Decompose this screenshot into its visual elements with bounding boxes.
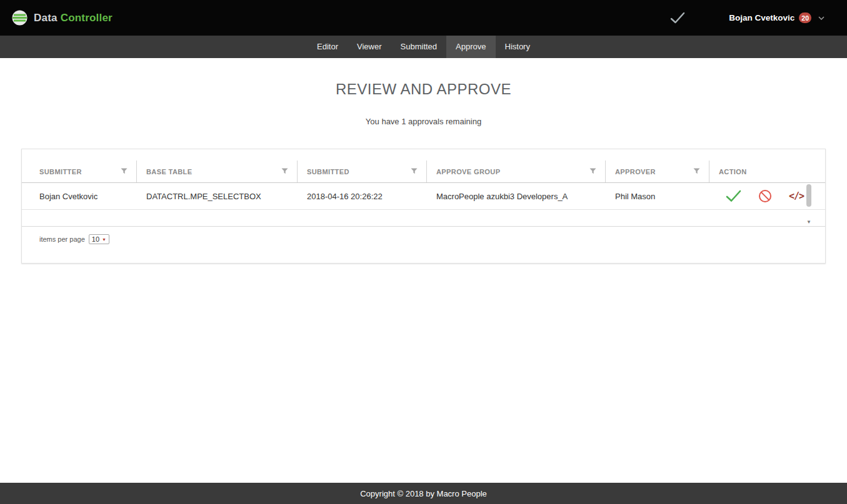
filter-funnel-icon[interactable] [281,168,288,175]
app-logo[interactable]: DataController [11,9,113,26]
chevron-down-icon [818,16,824,20]
cell-base-table: DATACTRL.MPE_SELECTBOX [137,192,298,201]
notification-badge: 20 [799,12,811,23]
tab-approve[interactable]: Approve [446,36,495,58]
cell-submitted: 2018-04-16 20:26:22 [298,192,427,201]
user-name: Bojan Cvetkovic [729,13,794,22]
main-nav: Editor Viewer Submitted Approve History [0,36,847,58]
tab-history[interactable]: History [496,36,539,58]
items-per-page-label: items per page [39,235,85,243]
column-label: BASE TABLE [146,168,192,175]
table-scrollbar: ▼ [806,184,811,225]
main-content: REVIEW AND APPROVE You have 1 approvals … [0,58,847,483]
scrollbar-thumb[interactable] [806,184,811,207]
table-body: Bojan Cvetkovic DATACTRL.MPE_SELECTBOX 2… [22,183,825,227]
user-menu[interactable]: Bojan Cvetkovic 20 [729,12,824,23]
column-header-submitted: SUBMITTED [298,161,427,182]
tab-submitted[interactable]: Submitted [391,36,447,58]
table-row: Bojan Cvetkovic DATACTRL.MPE_SELECTBOX 2… [22,183,825,210]
items-per-page-value: 10 [92,235,99,243]
column-label: APPROVER [615,168,656,175]
status-check-icon [670,12,685,24]
page-title: REVIEW AND APPROVE [0,81,847,98]
column-header-approve-group: APPROVE GROUP [427,161,606,182]
tab-editor[interactable]: Editor [308,36,348,58]
column-label: ACTION [719,168,747,175]
footer: Copyright © 2018 by Macro People [0,483,847,504]
column-label: SUBMITTER [39,168,82,175]
scrollbar-down-arrow-icon[interactable]: ▼ [806,220,812,225]
filter-funnel-icon[interactable] [589,168,596,175]
tab-viewer[interactable]: Viewer [348,36,391,58]
ban-icon [758,189,772,203]
app-header: DataController Bojan Cvetkovic 20 [0,0,847,36]
pagination-bar: items per page 10 ▼ [39,234,825,244]
cell-approve-group: MacroPeople azukbi3 Developers_A [427,192,606,201]
filter-funnel-icon[interactable] [693,168,700,175]
column-header-approver: APPROVER [606,161,709,182]
select-caret-down-icon: ▼ [102,237,106,242]
column-header-action: ACTION [709,161,825,182]
table-header-row: SUBMITTER BASE TABLE SUBMITTED APPROVE G… [22,161,825,183]
copyright-text: Copyright © 2018 by Macro People [360,489,487,498]
items-per-page-select[interactable]: 10 ▼ [89,234,109,244]
reject-button[interactable] [758,189,772,203]
column-header-base-table: BASE TABLE [137,161,298,182]
column-label: SUBMITTED [307,168,349,175]
column-label: APPROVE GROUP [436,168,500,175]
approvals-remaining-text: You have 1 approvals remaining [0,117,847,126]
data-controller-logo-icon [11,9,28,26]
approve-button[interactable] [726,190,741,202]
filter-funnel-icon[interactable] [411,168,418,175]
brand-word-controller: Controller [61,12,113,24]
column-header-submitter: SUBMITTER [39,161,137,182]
check-icon [726,190,741,202]
view-code-button[interactable]: </> [789,190,804,202]
brand-name: DataController [34,12,113,24]
cell-submitter: Bojan Cvetkovic [39,192,137,201]
cell-approver: Phil Mason [606,192,709,201]
approvals-table-card: SUBMITTER BASE TABLE SUBMITTED APPROVE G… [21,149,826,264]
filter-funnel-icon[interactable] [121,168,128,175]
brand-word-data: Data [34,12,58,24]
